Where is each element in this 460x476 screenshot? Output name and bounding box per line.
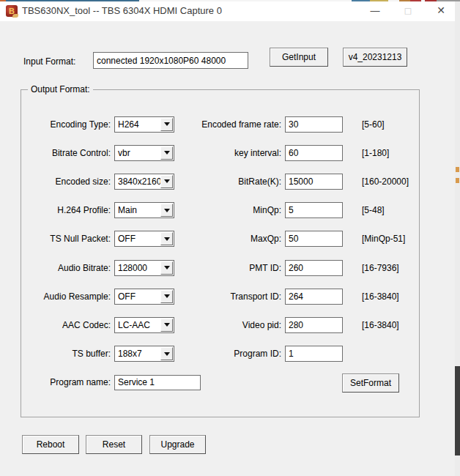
titlebar[interactable]: B TBS630NX_tool -- TBS 6304X HDMI Captur… bbox=[0, 0, 460, 21]
key-interval-label: key interval: bbox=[174, 148, 285, 158]
program-id-label: Program ID: bbox=[174, 349, 285, 359]
reboot-button[interactable]: Reboot bbox=[22, 435, 79, 454]
reset-button[interactable]: Reset bbox=[86, 435, 142, 454]
combobox-value: 3840x2160 bbox=[118, 176, 161, 187]
encoding-type-label: Encoding Type: bbox=[21, 119, 114, 130]
combobox-value: Main bbox=[118, 205, 137, 215]
ts-buffer-label: TS buffer: bbox=[21, 349, 114, 359]
version-button[interactable]: v4_20231213 bbox=[343, 48, 407, 67]
encoded-size-combobox[interactable]: 3840x2160 bbox=[114, 174, 174, 190]
chevron-down-icon[interactable] bbox=[160, 204, 173, 217]
combobox-value: H264 bbox=[118, 119, 139, 130]
minqp-label: MinQp: bbox=[174, 205, 285, 215]
row-audio-resample: Audio Resample: OFF Transport ID: [16-38… bbox=[21, 282, 419, 310]
chevron-down-icon[interactable] bbox=[160, 261, 173, 275]
chevron-down-icon[interactable] bbox=[160, 118, 173, 131]
key-interval-range: [1-180] bbox=[362, 148, 419, 158]
minqp-field[interactable] bbox=[285, 202, 343, 218]
upgrade-button[interactable]: Upgrade bbox=[149, 435, 206, 454]
row-bitrate-control: Bitrate Control: vbr key interval: [1-18… bbox=[21, 138, 419, 167]
row-ts-null-packet: TS Null Packet: OFF MaxQp: [MinQp-51] bbox=[21, 225, 419, 253]
key-interval-field[interactable] bbox=[285, 145, 343, 161]
video-pid-label: Video pid: bbox=[174, 320, 285, 330]
encoded-frame-rate-label: Encoded frame rate: bbox=[174, 119, 285, 130]
combobox-value: LC-AAC bbox=[118, 320, 150, 330]
close-icon[interactable]: ✕ bbox=[425, 0, 457, 21]
combobox-value: 188x7 bbox=[118, 349, 142, 359]
ts-null-packet-label: TS Null Packet: bbox=[21, 234, 114, 244]
audio-bitrate-label: Audio Bitrate: bbox=[21, 263, 114, 273]
app-logo-icon: B bbox=[6, 5, 18, 17]
transport-id-range: [16-3840] bbox=[362, 291, 419, 302]
transport-id-field[interactable] bbox=[285, 289, 343, 305]
input-format-field[interactable] bbox=[93, 52, 248, 69]
chevron-down-icon[interactable] bbox=[160, 175, 173, 188]
audio-resample-label: Audio Resample: bbox=[21, 291, 114, 302]
bitrate-control-label: Bitrate Control: bbox=[21, 148, 114, 158]
encoded-frame-rate-range: [5-60] bbox=[362, 119, 419, 130]
chevron-down-icon[interactable] bbox=[160, 347, 173, 360]
h264-profile-label: H.264 Profile: bbox=[21, 205, 114, 215]
chevron-down-icon[interactable] bbox=[160, 319, 173, 332]
encoded-size-label: Encoded size: bbox=[21, 176, 114, 187]
encoded-frame-rate-field[interactable] bbox=[285, 116, 343, 133]
program-name-field[interactable] bbox=[114, 375, 201, 390]
pmt-id-label: PMT ID: bbox=[174, 263, 285, 273]
desktop-top-strip bbox=[0, 0, 460, 1]
maximize-icon[interactable]: ◻ bbox=[392, 0, 424, 21]
window-title: TBS630NX_tool -- TBS 6304X HDMI Capture … bbox=[22, 5, 222, 16]
ts-null-packet-combobox[interactable]: OFF bbox=[114, 231, 174, 247]
chevron-down-icon[interactable] bbox=[160, 232, 173, 245]
input-format-label: Input Format: bbox=[23, 56, 75, 67]
video-pid-field[interactable] bbox=[285, 317, 343, 333]
audio-resample-combobox[interactable]: OFF bbox=[114, 289, 174, 305]
chevron-down-icon[interactable] bbox=[160, 146, 173, 160]
minimize-icon[interactable]: — bbox=[359, 0, 391, 21]
row-aac-codec: AAC Codec: LC-AAC Video pid: [16-3840] bbox=[21, 310, 419, 339]
app-window: B TBS630NX_tool -- TBS 6304X HDMI Captur… bbox=[0, 0, 460, 476]
transport-id-label: Transport ID: bbox=[174, 291, 285, 302]
row-ts-buffer: TS buffer: 188x7 Program ID: bbox=[21, 340, 419, 368]
row-audio-bitrate: Audio Bitrate: 128000 PMT ID: [16-7936] bbox=[21, 253, 419, 282]
maxqp-range: [MinQp-51] bbox=[362, 234, 419, 244]
program-name-label: Program name: bbox=[21, 377, 114, 387]
output-format-rows: Encoding Type: H264 Encoded frame rate: … bbox=[21, 110, 419, 397]
bitrate-k-label: BitRate(K): bbox=[174, 176, 285, 187]
output-format-group-title: Output Format: bbox=[28, 84, 93, 94]
bitrate-k-range: [160-20000] bbox=[362, 176, 419, 187]
combobox-value: OFF bbox=[118, 234, 136, 244]
set-format-button[interactable]: SetFormat bbox=[342, 373, 399, 393]
desktop-right-strip bbox=[455, 1, 460, 476]
maxqp-field[interactable] bbox=[285, 231, 343, 247]
combobox-value: vbr bbox=[118, 148, 130, 158]
get-input-button[interactable]: GetInput bbox=[270, 48, 328, 67]
encoding-type-combobox[interactable]: H264 bbox=[114, 116, 174, 133]
aac-codec-combobox[interactable]: LC-AAC bbox=[114, 317, 174, 333]
audio-bitrate-combobox[interactable]: 128000 bbox=[114, 260, 174, 276]
aac-codec-label: AAC Codec: bbox=[21, 320, 114, 330]
chevron-down-icon[interactable] bbox=[160, 290, 173, 303]
program-id-field[interactable] bbox=[285, 346, 343, 362]
video-pid-range: [16-3840] bbox=[362, 320, 419, 330]
minqp-range: [5-48] bbox=[362, 205, 419, 215]
output-format-group: Output Format: Encoding Type: H264 Encod… bbox=[21, 89, 420, 417]
h264-profile-combobox[interactable]: Main bbox=[114, 202, 174, 218]
combobox-value: OFF bbox=[118, 291, 136, 302]
bitrate-k-field[interactable] bbox=[285, 174, 343, 190]
pmt-id-range: [16-7936] bbox=[362, 263, 419, 273]
row-encoding-type: Encoding Type: H264 Encoded frame rate: … bbox=[21, 110, 419, 138]
bitrate-control-combobox[interactable]: vbr bbox=[114, 145, 174, 161]
row-encoded-size: Encoded size: 3840x2160 BitRate(K): [160… bbox=[21, 167, 419, 196]
combobox-value: 128000 bbox=[118, 263, 147, 273]
row-h264-profile: H.264 Profile: Main MinQp: [5-48] bbox=[21, 196, 419, 225]
ts-buffer-combobox[interactable]: 188x7 bbox=[114, 346, 174, 362]
maxqp-label: MaxQp: bbox=[174, 234, 285, 244]
pmt-id-field[interactable] bbox=[285, 260, 343, 276]
